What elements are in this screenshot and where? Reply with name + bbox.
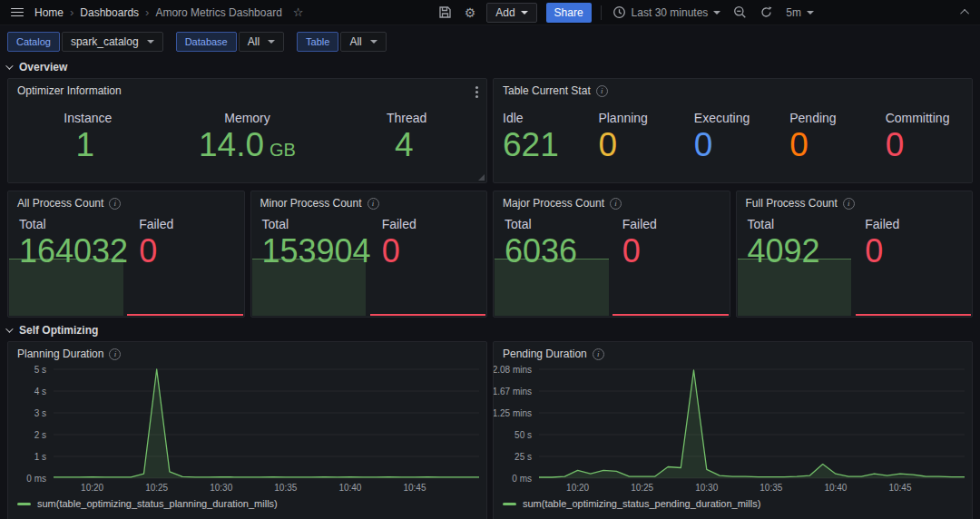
legend-series-label[interactable]: sum(table_optimizing_status_planning_dur… [37,498,278,509]
top-navigation-bar: Home › Dashboards › Amoro Metrics Dashbo… [0,0,980,25]
chevron-down-icon [370,40,377,44]
filter-database-value: All [248,35,260,48]
panel-title[interactable]: Planning Duration [17,348,103,360]
stat-failed: Failed 0 [612,217,730,269]
svg-text:4 s: 4 s [34,387,46,397]
info-icon[interactable]: i [610,198,622,210]
panel-planning-duration: Planning Duration i 5 s4 s3 s2 s1 s0 ms1… [7,341,487,519]
panel-title[interactable]: All Process Count [17,197,103,210]
svg-text:10:40: 10:40 [824,483,847,493]
filter-catalog: Catalog spark_catalog [7,32,163,52]
stat-value: 4092 [748,233,820,269]
zoom-out-icon [733,5,747,19]
dashboard-settings-gear-icon[interactable]: ⚙ [463,4,478,22]
favorite-star-icon[interactable]: ☆ [291,4,306,21]
legend-series-label[interactable]: sum(table_optimizing_status_pending_dura… [523,498,760,509]
info-icon[interactable]: i [596,85,608,97]
section-self-optimizing[interactable]: Self Optimizing [0,318,980,341]
chevron-right-icon: › [70,5,74,19]
stat-value: 6036 [505,233,577,269]
stat-label: Committing [886,111,950,125]
chart-legend: sum(table_optimizing_status_planning_dur… [8,496,486,514]
pending-duration-chart[interactable]: 2.08 mins1.67 mins1.25 mins50 s25 s0 ms1… [494,362,972,496]
stat-planning: Planning 0 [589,111,684,164]
panel-title[interactable]: Major Process Count [503,197,604,210]
chart-legend: sum(table_optimizing_status_pending_dura… [494,496,972,514]
stat-label: Memory [224,111,270,125]
info-icon[interactable]: i [109,348,121,360]
info-icon[interactable]: i [368,198,379,210]
zoom-out-time-button[interactable] [731,4,749,21]
panel-title[interactable]: Minor Process Count [260,197,362,210]
refresh-button[interactable] [758,4,775,21]
chevron-down-icon [5,325,13,332]
panel-full-process-count: Full Process Count i Total 4092 Failed 0 [736,191,974,318]
stat-value: 1 [76,127,101,164]
svg-text:10:25: 10:25 [145,483,168,493]
svg-text:0 ms: 0 ms [26,474,46,484]
panel-resize-handle[interactable] [478,174,485,181]
stat-total: Total 164032 [8,217,128,269]
panel-pending-duration: Pending Duration i 2.08 mins1.67 mins1.2… [493,341,973,519]
refresh-interval-picker[interactable]: 5m [784,5,816,21]
stat-label: Failed [865,217,899,231]
chevron-down-icon [807,11,814,15]
breadcrumb-current-dashboard: Amoro Metrics Dashboard [155,6,281,19]
info-icon[interactable]: i [109,198,121,210]
clock-icon [612,5,626,19]
info-icon[interactable]: i [843,198,855,210]
breadcrumb-home[interactable]: Home [34,6,64,19]
svg-text:10:45: 10:45 [403,483,426,493]
stat-value: 0 [382,233,400,269]
breadcrumb-dashboards[interactable]: Dashboards [80,6,139,19]
section-overview[interactable]: Overview [0,54,980,78]
svg-text:1.25 mins: 1.25 mins [494,408,532,418]
stat-value: 4 [395,127,419,164]
chevron-down-icon [521,11,528,15]
svg-text:10:25: 10:25 [631,483,653,493]
refresh-icon [760,5,773,19]
floppy-icon [438,5,452,19]
time-range-picker[interactable]: Last 30 minutes [611,4,723,21]
share-button[interactable]: Share [546,3,592,23]
panel-title[interactable]: Pending Duration [503,348,587,360]
stat-label: Instance [64,111,112,125]
stat-label: Failed [382,217,416,231]
planning-duration-chart[interactable]: 5 s4 s3 s2 s1 s0 ms10:2010:2510:3010:351… [8,362,486,496]
stat-value: 153904 [262,233,371,269]
stat-value: 0 [139,233,157,269]
stat-label: Planning [598,111,648,125]
failed-sparkline [370,314,485,316]
panel-title[interactable]: Full Process Count [746,197,838,210]
collapse-topbar-button[interactable] [961,7,971,17]
svg-text:3 s: 3 s [34,408,46,418]
filter-database-select[interactable]: All [239,32,284,52]
panel-title[interactable]: Table Current Stat [503,84,591,97]
filter-catalog-select[interactable]: spark_catalog [62,32,163,52]
stat-label: Pending [789,111,836,125]
filter-database-label[interactable]: Database [176,32,237,52]
stat-committing: Committing 0 [877,111,972,164]
stat-label: Total [19,217,46,231]
stat-value: 0 [694,127,713,164]
panel-title[interactable]: Optimizer Information [17,84,122,97]
filter-catalog-value: spark_catalog [71,35,139,48]
info-icon[interactable]: i [593,348,604,360]
menu-toggle-button[interactable] [9,4,25,21]
stat-failed: Failed 0 [854,217,972,269]
chevron-down-icon [5,62,13,69]
svg-text:10:20: 10:20 [81,483,103,493]
save-dashboard-icon[interactable] [436,4,454,21]
stat-value: 621 [503,127,559,164]
filter-table-select[interactable]: All [340,32,386,52]
failed-sparkline [127,314,242,316]
stat-value: 14.0GB [199,127,296,164]
filter-catalog-label[interactable]: Catalog [7,32,60,52]
add-button[interactable]: Add [486,3,536,23]
time-range-label: Last 30 minutes [632,6,709,19]
svg-text:10:35: 10:35 [274,483,297,493]
panel-table-current-stat: Table Current Stat i Idle 621 Planning 0… [493,78,973,183]
stat-label: Idle [503,111,524,125]
filter-table-label[interactable]: Table [297,32,338,52]
add-button-label: Add [495,6,514,19]
